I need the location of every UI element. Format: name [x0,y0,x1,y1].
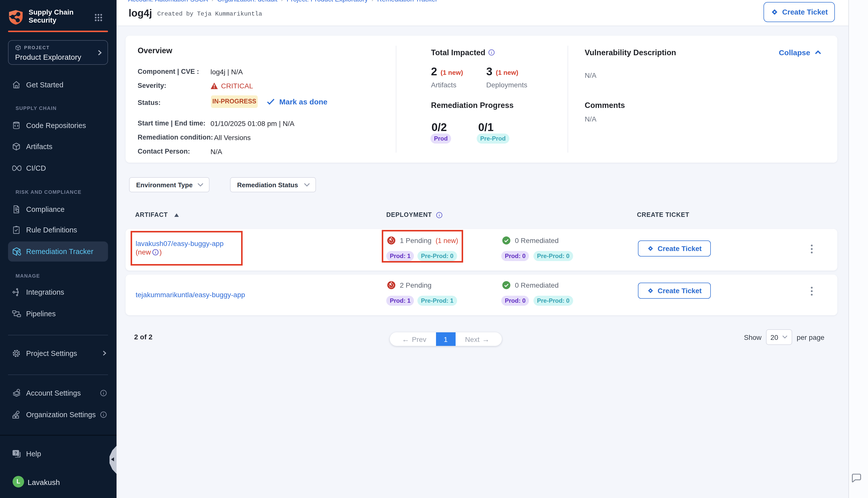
svg-text:?: ? [15,451,17,456]
